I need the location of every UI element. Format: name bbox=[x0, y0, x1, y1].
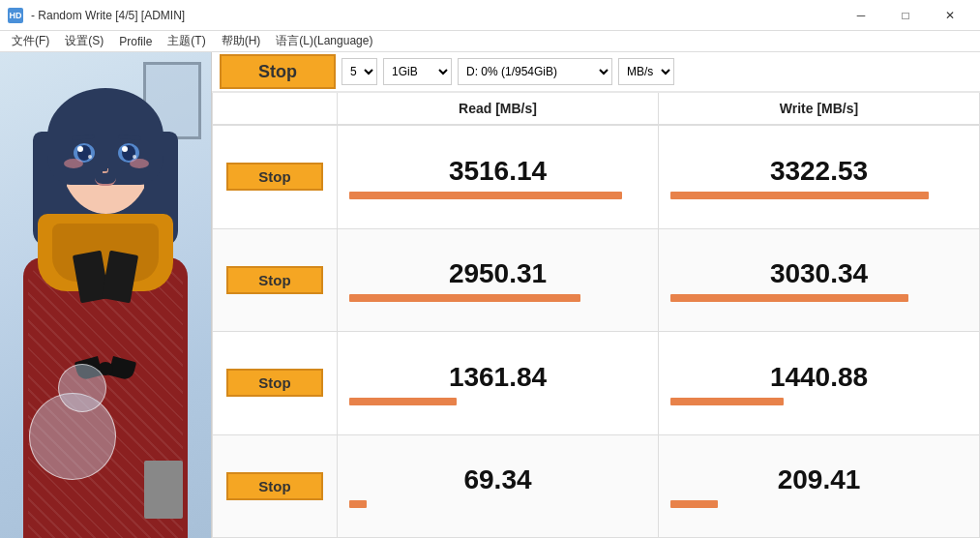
row-2-read-value: 1361.84 bbox=[449, 361, 547, 394]
menu-theme[interactable]: 主题(T) bbox=[160, 31, 213, 51]
close-button[interactable]: ✕ bbox=[928, 0, 972, 31]
window-controls: ─ □ ✕ bbox=[839, 0, 972, 31]
menu-profile[interactable]: Profile bbox=[111, 33, 160, 50]
col-header-btn bbox=[212, 93, 338, 124]
col-header-write: Write [MB/s] bbox=[659, 93, 980, 124]
menu-bar: 文件(F) 设置(S) Profile 主题(T) 帮助(H) 语言(L)(La… bbox=[0, 31, 980, 52]
row-0-write-bar-fill bbox=[670, 192, 929, 199]
row-2-btn-cell: Stop bbox=[212, 332, 338, 434]
row-2-read-cell: 1361.84 bbox=[338, 332, 659, 434]
table-row: Stop 69.34 209.41 bbox=[212, 435, 980, 539]
passes-select[interactable]: 5 1 3 9 bbox=[342, 58, 377, 85]
row-3-read-bar-fill bbox=[349, 500, 367, 508]
row-0-stop-button[interactable]: Stop bbox=[226, 163, 323, 191]
row-3-write-cell: 209.41 bbox=[659, 435, 980, 538]
row-2-write-cell: 1440.88 bbox=[659, 332, 980, 434]
table-row: Stop 2950.31 3030.34 bbox=[212, 229, 980, 333]
row-1-read-cell: 2950.31 bbox=[338, 229, 659, 332]
title-bar: HD - Random Write [4/5] [ADMIN] ─ □ ✕ bbox=[0, 0, 980, 31]
menu-settings[interactable]: 设置(S) bbox=[57, 31, 111, 51]
menu-help[interactable]: 帮助(H) bbox=[214, 31, 269, 51]
drive-select[interactable]: D: 0% (1/954GiB) bbox=[458, 58, 612, 85]
row-3-read-bar bbox=[349, 500, 646, 508]
menu-file[interactable]: 文件(F) bbox=[4, 31, 57, 51]
table-header: Read [MB/s] Write [MB/s] bbox=[212, 93, 980, 126]
row-1-btn-cell: Stop bbox=[212, 229, 338, 332]
row-2-write-bar-fill bbox=[670, 398, 784, 405]
row-0-write-value: 3322.53 bbox=[770, 155, 868, 188]
window-title: - Random Write [4/5] [ADMIN] bbox=[31, 9, 185, 22]
main-content: Stop 5 1 3 9 1GiB 512MiB 2GiB D: 0% (1/9… bbox=[0, 52, 980, 538]
row-0-write-bar bbox=[670, 192, 967, 199]
main-stop-button[interactable]: Stop bbox=[220, 54, 336, 89]
row-0-read-bar-fill bbox=[349, 192, 622, 199]
row-1-write-value: 3030.34 bbox=[770, 257, 868, 290]
row-1-read-bar bbox=[349, 294, 646, 302]
row-3-btn-cell: Stop bbox=[212, 435, 338, 538]
row-1-stop-button[interactable]: Stop bbox=[226, 266, 323, 294]
row-1-write-bar bbox=[670, 294, 967, 302]
row-2-write-bar bbox=[670, 398, 967, 405]
row-3-read-value: 69.34 bbox=[463, 463, 531, 496]
results-table: Read [MB/s] Write [MB/s] Stop 3516.14 bbox=[212, 93, 980, 538]
character-panel bbox=[0, 52, 211, 538]
row-0-write-cell: 3322.53 bbox=[659, 126, 980, 228]
minimize-button[interactable]: ─ bbox=[839, 0, 883, 31]
table-row: Stop 1361.84 1440.88 bbox=[212, 332, 980, 435]
row-0-btn-cell: Stop bbox=[212, 126, 338, 228]
row-2-stop-button[interactable]: Stop bbox=[226, 369, 323, 397]
benchmark-panel: Stop 5 1 3 9 1GiB 512MiB 2GiB D: 0% (1/9… bbox=[211, 52, 980, 538]
app-icon: HD bbox=[8, 8, 23, 23]
row-0-read-bar bbox=[349, 192, 646, 199]
col-header-read: Read [MB/s] bbox=[338, 93, 659, 124]
restore-button[interactable]: □ bbox=[883, 0, 928, 31]
row-3-stop-button[interactable]: Stop bbox=[226, 472, 323, 500]
table-body: Stop 3516.14 3322.53 bbox=[212, 126, 980, 538]
row-2-read-bar-fill bbox=[349, 398, 457, 405]
row-1-read-bar-fill bbox=[349, 294, 580, 302]
row-1-write-cell: 3030.34 bbox=[659, 229, 980, 332]
menu-language[interactable]: 语言(L)(Language) bbox=[268, 31, 380, 51]
row-3-write-bar-fill bbox=[670, 500, 718, 508]
size-select[interactable]: 1GiB 512MiB 2GiB bbox=[383, 58, 452, 85]
row-1-read-value: 2950.31 bbox=[449, 257, 547, 290]
row-0-read-cell: 3516.14 bbox=[338, 126, 659, 228]
row-0-read-value: 3516.14 bbox=[449, 155, 547, 188]
unit-select[interactable]: MB/s GB/s bbox=[618, 58, 674, 85]
row-3-write-bar bbox=[670, 500, 967, 508]
row-3-read-cell: 69.34 bbox=[338, 435, 659, 538]
row-2-read-bar bbox=[349, 398, 646, 405]
bubble-decoration-2 bbox=[58, 364, 106, 412]
row-1-write-bar-fill bbox=[670, 294, 908, 302]
row-2-write-value: 1440.88 bbox=[770, 361, 868, 394]
table-row: Stop 3516.14 3322.53 bbox=[212, 126, 980, 229]
toolbar: Stop 5 1 3 9 1GiB 512MiB 2GiB D: 0% (1/9… bbox=[212, 52, 980, 93]
row-3-write-value: 209.41 bbox=[778, 463, 861, 496]
